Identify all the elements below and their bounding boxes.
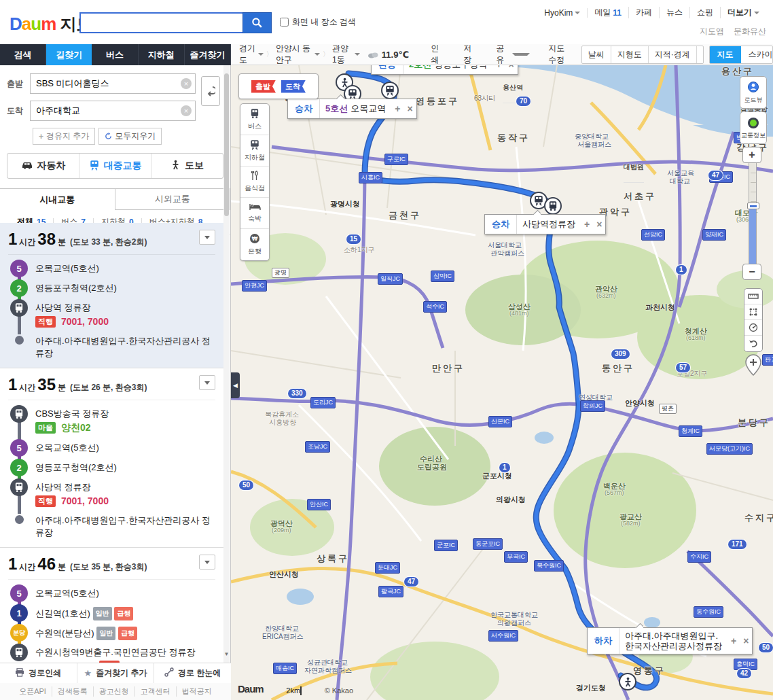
bubble-add-waypoint-icon[interactable]: +	[581, 219, 593, 230]
step-text: 아주대.아주대병원입구.한국자산관리공사 정류장	[35, 333, 215, 360]
map-info-bubble[interactable]: 환승2호선영등포구청역+×	[371, 65, 518, 75]
user-account[interactable]: HyoKim	[537, 8, 588, 18]
layer-button[interactable]: 지형도	[611, 46, 649, 63]
view-button[interactable]: 지도	[710, 46, 741, 63]
nav-tab[interactable]: 길찾기	[46, 44, 92, 65]
expand-route-button[interactable]	[199, 375, 215, 390]
route-card[interactable]: 1시간46분(도보 35 분, 환승3회)5오목교역(5호선)1신길역(1호선)…	[0, 548, 223, 663]
clear-end-icon[interactable]: ×	[181, 105, 192, 116]
breadcrumb-item[interactable]: 관양1동	[332, 43, 360, 66]
bus-marker-icon[interactable]	[544, 197, 562, 215]
scrollbar-thumb[interactable]	[224, 73, 229, 216]
step-station-name: 아주대.아주대병원입구.한국자산관리공사 정류장	[35, 515, 211, 538]
end-input[interactable]	[30, 101, 196, 121]
transit-tab[interactable]: 시외교통	[115, 188, 231, 210]
start-input[interactable]	[30, 73, 196, 94]
measure-area-button[interactable]	[744, 304, 762, 320]
bubble-close-icon[interactable]: ×	[740, 635, 752, 646]
top-link[interactable]: 뉴스	[660, 7, 690, 18]
measure-distance-button[interactable]	[744, 289, 762, 304]
bubble-close-icon[interactable]: ×	[505, 65, 517, 70]
transit-tab[interactable]: 시내교통	[0, 188, 115, 210]
zoom-slider-handle[interactable]	[747, 203, 759, 209]
mode-tab-car[interactable]: 자동차	[7, 154, 79, 178]
mode-tab-train[interactable]: 대중교통	[79, 154, 151, 178]
layer-button[interactable]: 날씨	[582, 46, 611, 63]
bubble-add-waypoint-icon[interactable]: +	[391, 103, 403, 114]
layer-button[interactable]: 자전거	[697, 46, 704, 63]
sidebar-collapse-handle[interactable]: ◀	[231, 372, 240, 398]
clear-start-icon[interactable]: ×	[181, 78, 192, 89]
bubble-close-icon[interactable]: ×	[593, 219, 605, 230]
zoom-in-button[interactable]: +	[742, 147, 761, 163]
view-button[interactable]: 스카이뷰	[741, 46, 773, 63]
roadview-button[interactable]: 로드뷰	[740, 76, 767, 109]
action-print-route[interactable]: 경로인쇄	[0, 663, 77, 683]
top-link[interactable]: 메일11	[588, 7, 629, 18]
route-shield: 47	[404, 577, 418, 587]
top-link[interactable]: 카페	[629, 7, 660, 18]
mode-tab-walk[interactable]: 도보	[151, 154, 223, 178]
top-link[interactable]: 더보기	[721, 7, 766, 18]
expand-route-button[interactable]	[199, 230, 215, 245]
toolbar-link[interactable]: 지도수정	[536, 43, 577, 66]
map-canvas[interactable]: 양천구영등포구63시티용산역용산구동작구강남구서초구관악구금천구광명시청중앙대학…	[231, 65, 773, 700]
map-info-bubble[interactable]: 승차5호선오목교역+×	[287, 99, 417, 119]
route-card[interactable]: 1시간38분(도보 33 분, 환승2회)5오목교역(5호선)2영등포구청역(2…	[0, 223, 223, 368]
nav-tab[interactable]: 버스	[92, 44, 138, 65]
map-info-bubble[interactable]: 하차아주대.아주대병원입구.한국자산관리공사정류장+×	[587, 627, 753, 654]
search-input[interactable]	[79, 12, 242, 33]
bubble-close-icon[interactable]: ×	[403, 103, 416, 114]
service-link[interactable]: 문화유산	[734, 26, 766, 37]
in-screen-search[interactable]: 화면 내 장소 검색	[280, 16, 356, 28]
poi-button-food[interactable]: 음식점	[240, 167, 269, 198]
footer-link[interactable]: 법적공지	[177, 686, 217, 697]
swap-start-end-button[interactable]	[201, 76, 220, 106]
end-flag-button[interactable]: 도착	[281, 80, 306, 93]
footer-link[interactable]: 검색등록	[52, 686, 94, 697]
toolbar-link[interactable]: 저장	[451, 43, 484, 66]
expand-route-button[interactable]	[199, 555, 215, 570]
sidebar-scrollbar[interactable]	[223, 65, 230, 663]
nav-tab[interactable]: 검색	[0, 44, 46, 65]
clear-all-button[interactable]: 모두지우기	[98, 128, 162, 145]
nav-tab[interactable]: 즐겨찾기	[185, 44, 231, 65]
poi-button-bank[interactable]: ₩은행	[240, 229, 269, 260]
traffic-info-button[interactable]: 교통정보	[740, 111, 767, 144]
zoom-out-button[interactable]: −	[742, 264, 761, 280]
add-waypoint-button[interactable]: +경유지 추가	[33, 128, 95, 145]
nav-tab[interactable]: 지하철	[139, 44, 185, 65]
search-button[interactable]	[242, 12, 272, 33]
layer-button[interactable]: 지적·경계	[649, 46, 697, 63]
breadcrumb-item[interactable]: 경기도	[239, 43, 264, 66]
toolbar-link[interactable]: 공유	[484, 43, 536, 66]
breadcrumb-item[interactable]: 안양시 동안구	[276, 43, 320, 66]
poi-button-bus[interactable]: 버스	[240, 104, 269, 135]
measure-radius-button[interactable]	[744, 320, 762, 336]
marker-tool-button[interactable]	[744, 353, 763, 377]
bubble-add-waypoint-icon[interactable]: +	[727, 635, 740, 646]
route-card[interactable]: 1시간35분(도보 26 분, 환승3회)CBS방송국 정류장마을 양천02 5…	[0, 368, 223, 548]
service-link[interactable]: 지도앱	[700, 26, 724, 37]
top-link[interactable]: 쇼핑	[690, 7, 721, 18]
footer-link[interactable]: 오픈API	[14, 686, 52, 697]
bubble-add-waypoint-icon[interactable]: +	[492, 65, 505, 70]
action-add-favorite[interactable]: ★즐겨찾기 추가	[77, 663, 155, 683]
poi-button-bed[interactable]: 숙박	[240, 198, 269, 229]
in-screen-search-checkbox[interactable]	[280, 18, 289, 27]
map-info-bubble[interactable]: 승차사당역정류장+×	[484, 214, 606, 234]
subway-marker-icon[interactable]	[381, 82, 399, 99]
bus-number[interactable]: 양천02	[61, 422, 91, 433]
action-route-overview[interactable]: 경로 한눈에	[154, 663, 231, 683]
walk-marker-icon[interactable]	[619, 673, 636, 690]
bus-number[interactable]: 7001, 7000	[61, 316, 109, 327]
toolbar-link[interactable]: 인쇄	[418, 43, 451, 66]
scroll-down-icon[interactable]: ▼	[223, 651, 230, 657]
poi-button-train[interactable]: 지하철	[240, 135, 269, 167]
zoom-slider[interactable]	[749, 163, 757, 264]
bus-number[interactable]: 7001, 7000	[61, 495, 109, 506]
footer-link[interactable]: 고객센터	[135, 686, 177, 697]
start-flag-button[interactable]: 출발	[251, 80, 276, 93]
footer-link[interactable]: 광고신청	[94, 686, 135, 697]
undo-button[interactable]	[744, 336, 762, 351]
